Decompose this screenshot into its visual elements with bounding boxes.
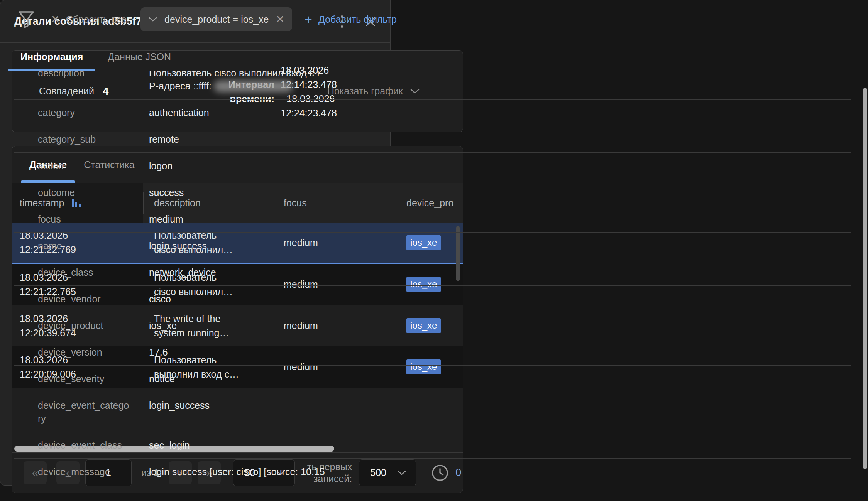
clear-icon: ✕ xyxy=(51,14,60,25)
tab-json-data[interactable]: Данные JSON xyxy=(95,43,183,71)
details-value: medium xyxy=(149,213,391,226)
tab-information[interactable]: Информация xyxy=(8,43,95,71)
details-row: action logon xyxy=(14,153,391,179)
redacted-value xyxy=(214,81,293,92)
details-value: 17.6 xyxy=(149,346,391,359)
filter-toolbar: ✕ Сбросить все device_product = ios_xe ✕… xyxy=(0,0,477,39)
reset-all-filters-button[interactable]: ✕ Сбросить все xyxy=(51,14,127,25)
details-value: authentication xyxy=(149,106,391,119)
details-row: device_version 17.6 xyxy=(14,339,391,366)
details-row: outcome success xyxy=(14,179,391,206)
plus-icon: + xyxy=(305,13,312,26)
details-value: login success [user: cisco] [source: 10.… xyxy=(149,465,391,478)
add-filter-button[interactable]: + Добавить фильтр xyxy=(305,13,397,26)
details-row: focus medium xyxy=(14,206,391,233)
details-value: ios_xe xyxy=(149,319,391,332)
details-key: description xyxy=(38,71,134,93)
details-row: device_class network_device xyxy=(14,259,391,286)
details-row: category_sub remote xyxy=(14,126,391,153)
filter-chip-label: device_product = ios_xe xyxy=(164,14,269,25)
details-row: device_event_class sec_login xyxy=(14,432,391,459)
details-key: focus xyxy=(38,213,134,226)
details-value: notice xyxy=(149,372,391,385)
details-key: action xyxy=(38,159,134,172)
details-value: network_device xyxy=(149,266,391,279)
chevron-down-icon xyxy=(148,17,157,22)
details-key: category xyxy=(38,106,134,119)
details-value: logon xyxy=(149,159,391,172)
details-value: cisco xyxy=(149,292,391,305)
details-row: category authentication xyxy=(14,100,391,126)
details-key: name xyxy=(38,239,134,252)
details-value: Пользователь cisco выполнил вход с IP-ад… xyxy=(149,71,391,93)
details-row: device_message login success [user: cisc… xyxy=(14,459,391,485)
details-row: device_event_category login_success xyxy=(14,392,391,432)
details-row: device_vendor cisco xyxy=(14,286,391,312)
remove-filter-icon[interactable]: ✕ xyxy=(276,14,284,25)
details-row: description Пользователь cisco выполнил … xyxy=(14,71,391,100)
details-key: outcome xyxy=(38,186,134,199)
event-details-panel: Детали события ad5b5f74-53d5-4094-b684-a… xyxy=(0,0,391,486)
details-key: device_class xyxy=(38,266,134,279)
details-key: device_severity xyxy=(38,372,134,385)
details-value: login success xyxy=(149,239,391,252)
filter-chip[interactable]: device_product = ios_xe ✕ xyxy=(140,7,292,31)
add-filter-label: Добавить фильтр xyxy=(318,14,397,25)
details-key: device_version xyxy=(38,346,134,359)
details-row: device_product ios_xe xyxy=(14,312,391,339)
details-value: remote xyxy=(149,133,391,146)
details-key: device_product xyxy=(38,319,134,332)
details-key: device_event_class xyxy=(38,439,134,452)
details-value: login_success xyxy=(149,399,391,425)
details-key: device_message xyxy=(38,465,134,478)
filter-funnel-icon[interactable] xyxy=(17,10,36,29)
reset-all-label: Сбросить все xyxy=(66,14,127,25)
details-kv-table: description Пользователь cisco выполнил … xyxy=(14,71,391,486)
details-value: sec_login xyxy=(149,439,391,452)
details-row: device_severity notice xyxy=(14,366,391,392)
details-key: device_vendor xyxy=(38,292,134,305)
details-key: category_sub xyxy=(38,133,134,146)
details-value: success xyxy=(149,186,391,199)
details-row: name login success xyxy=(14,233,391,259)
details-key: device_event_category xyxy=(38,399,134,425)
